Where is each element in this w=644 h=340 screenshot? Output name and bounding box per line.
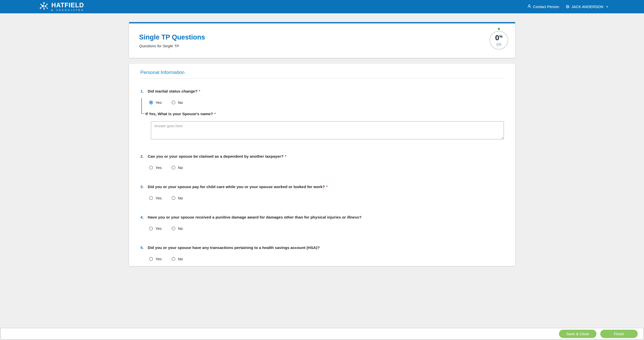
required-asterisk: * [326, 185, 328, 189]
contact-person-link[interactable]: Contact Person [527, 4, 559, 9]
question-number: 3. [140, 185, 148, 189]
question-number: 5. [140, 245, 148, 250]
radio-option-no[interactable]: No [172, 196, 183, 200]
question-4: 4. Have you or your spouse received a pu… [140, 215, 504, 231]
question-2: 2. Can you or your spouse be claimed as … [140, 154, 504, 170]
progress-percent: 0 [495, 34, 499, 42]
question-number: 4. [140, 215, 148, 220]
radio-button-yes[interactable] [149, 101, 153, 104]
question-text: Can you or your spouse be claimed as a d… [148, 154, 284, 159]
radio-button-yes[interactable] [149, 227, 153, 230]
radio-option-no[interactable]: No [172, 165, 183, 170]
top-navigation-bar: HATFIELD & ASSOCIATES Contact Person ⚙ J… [0, 0, 644, 13]
progress-percent-sign: % [499, 34, 502, 38]
question-text: Did you or your spouse pay for child car… [148, 185, 325, 189]
radio-button-no[interactable] [172, 257, 175, 261]
page-title: Single TP Questions [139, 33, 515, 41]
questions-card: Personal Information 1. Did marital stat… [129, 64, 515, 266]
radio-button-no[interactable] [172, 196, 175, 200]
question-3: 3. Did you or your spouse pay for child … [140, 185, 504, 200]
chevron-down-icon: ▼ [606, 6, 608, 8]
contact-person-label: Contact Person [533, 5, 559, 9]
progress-circle: 0% 0/5 [490, 31, 508, 50]
save-close-button[interactable]: Save & Close [559, 330, 596, 338]
gear-icon: ⚙ [566, 5, 570, 9]
radio-option-no[interactable]: No [172, 226, 183, 231]
radio-option-yes[interactable]: Yes [149, 196, 162, 200]
user-name: JACK ANDERSON [571, 5, 603, 9]
required-asterisk: * [214, 112, 216, 116]
page-subtitle: Questions for Single TP [139, 44, 515, 48]
brand-logo[interactable]: HATFIELD & ASSOCIATES [39, 2, 84, 12]
radio-option-no[interactable]: No [172, 257, 183, 261]
question-text: Did you or your spouse have any transact… [148, 245, 320, 250]
user-menu[interactable]: ⚙ JACK ANDERSON ▼ [566, 5, 608, 9]
brand-name: HATFIELD [51, 2, 84, 8]
question-5: 5. Did you or your spouse have any trans… [140, 245, 504, 261]
radio-button-yes[interactable] [149, 166, 153, 169]
radio-option-no[interactable]: No [172, 100, 183, 105]
radio-option-yes[interactable]: Yes [149, 226, 162, 231]
section-title: Personal Information [140, 70, 504, 75]
question-1: 1. Did marital status change? * Yes No I… [140, 89, 504, 139]
progress-indicator: 0% 0/5 [490, 28, 508, 50]
question-number: 1. [140, 89, 148, 94]
finish-button[interactable]: Finish [600, 330, 638, 338]
section-divider [140, 78, 504, 78]
radio-button-no[interactable] [172, 227, 175, 230]
radio-option-yes[interactable]: Yes [149, 257, 162, 261]
question-text: Did marital status change? [148, 89, 197, 94]
form-header-card: Single TP Questions Questions for Single… [129, 22, 515, 58]
radio-option-yes[interactable]: Yes [149, 100, 162, 105]
footer-action-bar: Save & Close Finish [1, 328, 643, 339]
radio-button-yes[interactable] [149, 257, 153, 261]
brand-subname: & ASSOCIATES [51, 9, 84, 11]
spouse-name-textarea[interactable] [151, 121, 504, 139]
conditional-connector-line [141, 98, 145, 114]
radio-button-no[interactable] [172, 166, 175, 169]
sub-question-text: If Yes, What is your Spouse's name? [145, 112, 213, 116]
progress-fraction: 0/5 [496, 42, 501, 47]
radio-option-yes[interactable]: Yes [149, 165, 162, 170]
question-text: Have you or your spouse received a punit… [148, 215, 361, 220]
radio-button-no[interactable] [172, 101, 175, 104]
question-number: 2. [140, 154, 148, 159]
person-icon [527, 4, 531, 9]
network-logo-icon [39, 2, 49, 12]
radio-button-yes[interactable] [149, 196, 153, 200]
required-asterisk: * [199, 89, 200, 94]
progress-start-dot [498, 28, 500, 30]
required-asterisk: * [285, 154, 286, 159]
